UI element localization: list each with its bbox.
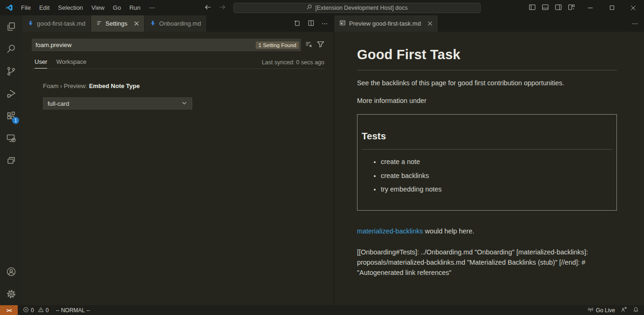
- scope-tab-user[interactable]: User: [35, 58, 47, 68]
- close-tab-icon[interactable]: [427, 21, 433, 26]
- tab-onboarding[interactable]: Onboarding.md: [145, 15, 207, 32]
- warning-count: 0: [46, 307, 49, 314]
- page-title: Good First Task: [357, 44, 617, 70]
- go-live-button[interactable]: Go Live: [588, 307, 615, 314]
- setting-name: Embed Note Type: [89, 82, 140, 89]
- broadcast-icon: [588, 307, 594, 314]
- materialized-backlinks-link[interactable]: materialized-backlinks: [357, 227, 423, 235]
- intro-paragraph: See the backlinks of this page for good …: [357, 78, 617, 88]
- list-item: try embedding notes: [381, 184, 612, 194]
- search-icon: [306, 4, 312, 12]
- list-item: create a note: [381, 157, 612, 167]
- accounts-icon[interactable]: [0, 260, 22, 283]
- embedded-note-card: Tests create a note create backlinks try…: [357, 114, 617, 211]
- command-center[interactable]: [Extension Development Host] docs: [233, 3, 481, 13]
- open-settings-json-icon[interactable]: [294, 20, 301, 28]
- chevron-down-icon: [181, 100, 188, 108]
- settings-scope-tabs: User Workspace Last synced: 0 secs ago: [35, 58, 324, 68]
- settings-search-box[interactable]: 1 Setting Found: [32, 39, 301, 51]
- menu-run[interactable]: Run: [125, 0, 145, 15]
- close-window-button[interactable]: [623, 0, 644, 15]
- activity-bar: 1: [0, 15, 22, 305]
- vscode-logo-icon: [5, 4, 13, 12]
- markdown-preview-icon: [339, 20, 346, 27]
- vscode-window: File Edit Selection View Go Run ⋯ [Exten…: [0, 0, 644, 315]
- window-title: [Extension Development Host] docs: [315, 5, 407, 11]
- windows-icon[interactable]: [0, 150, 22, 172]
- more-actions-icon[interactable]: ⋯: [322, 20, 328, 27]
- settings-search-input[interactable]: [35, 41, 256, 48]
- settings-editor-icon: [96, 20, 102, 27]
- extensions-badge: 1: [12, 117, 19, 124]
- markdown-preview: Good First Task See the backlinks of thi…: [334, 32, 644, 278]
- vim-mode-indicator[interactable]: -- NORMAL --: [56, 307, 90, 314]
- remote-explorer-icon[interactable]: [0, 127, 22, 150]
- embed-list: create a note create backlinks try embed…: [362, 157, 612, 194]
- list-item: create backlinks: [381, 171, 612, 181]
- toggle-sidebar-icon[interactable]: [529, 4, 536, 12]
- notifications-bell-icon[interactable]: [633, 307, 639, 314]
- tab-label: good-first-task.md: [37, 20, 85, 27]
- problems-status[interactable]: 0 0: [23, 307, 49, 314]
- minimize-button[interactable]: [580, 0, 601, 15]
- title-bar: File Edit Selection View Go Run ⋯ [Exten…: [0, 0, 644, 15]
- extensions-icon[interactable]: 1: [0, 105, 22, 127]
- menu-overflow-button[interactable]: ⋯: [145, 0, 159, 15]
- filter-icon[interactable]: [317, 41, 324, 50]
- tab-good-first-task[interactable]: good-first-task.md: [22, 15, 91, 32]
- close-tab-icon[interactable]: [134, 21, 139, 26]
- error-count: 0: [31, 307, 34, 314]
- toggle-secondary-sidebar-icon[interactable]: [555, 4, 562, 12]
- editor-group-settings: good-first-task.md Settings Onboarding.: [22, 15, 334, 305]
- more-actions-icon[interactable]: ⋯: [632, 20, 638, 27]
- manage-gear-icon[interactable]: [0, 283, 22, 305]
- results-count-badge: 1 Setting Found: [256, 41, 299, 49]
- tab-bar: Preview good-first-task.md ⋯: [334, 15, 644, 32]
- customize-layout-icon[interactable]: [568, 4, 575, 12]
- go-live-label: Go Live: [596, 307, 615, 314]
- menu-bar: File Edit Selection View Go Run ⋯: [17, 0, 159, 15]
- tab-label: Settings: [105, 20, 127, 27]
- menu-view[interactable]: View: [87, 0, 109, 15]
- editor-group-preview: Preview good-first-task.md ⋯ Good First …: [334, 15, 644, 305]
- tab-label: Onboarding.md: [159, 20, 201, 27]
- menu-edit[interactable]: Edit: [35, 0, 54, 15]
- back-button[interactable]: [204, 4, 211, 12]
- run-debug-icon[interactable]: [0, 82, 22, 105]
- settings-editor: 1 Setting Found User Workspace Last: [22, 32, 334, 110]
- select-value: full-card: [48, 100, 69, 107]
- error-icon: [23, 307, 29, 314]
- status-bar: >< 0 0 -- NORMAL -- Go Live: [0, 305, 644, 315]
- last-synced-label: Last synced: 0 secs ago: [262, 59, 324, 68]
- backlink-rest: would help here.: [423, 227, 475, 235]
- tab-preview-good-first-task[interactable]: Preview good-first-task.md: [334, 15, 438, 32]
- toggle-panel-icon[interactable]: [542, 4, 549, 12]
- more-info-paragraph: More information under: [357, 96, 617, 106]
- link-references-paragraph: [[Onboarding#Tests]: ../Onboarding.md "O…: [357, 247, 617, 278]
- maximize-button[interactable]: [601, 0, 623, 15]
- forward-button[interactable]: [219, 4, 226, 12]
- embed-note-type-select[interactable]: full-card: [43, 97, 192, 110]
- markdown-file-icon: [150, 20, 156, 27]
- remote-indicator[interactable]: ><: [0, 305, 18, 315]
- menu-selection[interactable]: Selection: [54, 0, 87, 15]
- backlink-paragraph: materialized-backlinks would help here.: [357, 226, 617, 236]
- explorer-icon[interactable]: [0, 15, 22, 38]
- settings-divider: [32, 68, 324, 69]
- tab-settings[interactable]: Settings: [91, 15, 145, 32]
- setting-embed-note-type: Foam › Preview:Embed Note Type full-card: [43, 82, 324, 110]
- menu-file[interactable]: File: [17, 0, 35, 15]
- search-icon[interactable]: [0, 38, 22, 60]
- setting-category: Foam › Preview:: [43, 82, 87, 89]
- source-control-icon[interactable]: [0, 60, 22, 82]
- warning-icon: [38, 307, 44, 314]
- markdown-file-icon: [28, 20, 34, 27]
- tab-bar: good-first-task.md Settings Onboarding.: [22, 15, 334, 32]
- tab-label: Preview good-first-task.md: [349, 20, 421, 27]
- menu-go[interactable]: Go: [109, 0, 125, 15]
- split-editor-icon[interactable]: [308, 20, 315, 28]
- embed-heading: Tests: [362, 129, 612, 150]
- clear-filters-icon[interactable]: [305, 41, 313, 50]
- live-share-icon[interactable]: [621, 306, 627, 314]
- scope-tab-workspace[interactable]: Workspace: [56, 58, 86, 68]
